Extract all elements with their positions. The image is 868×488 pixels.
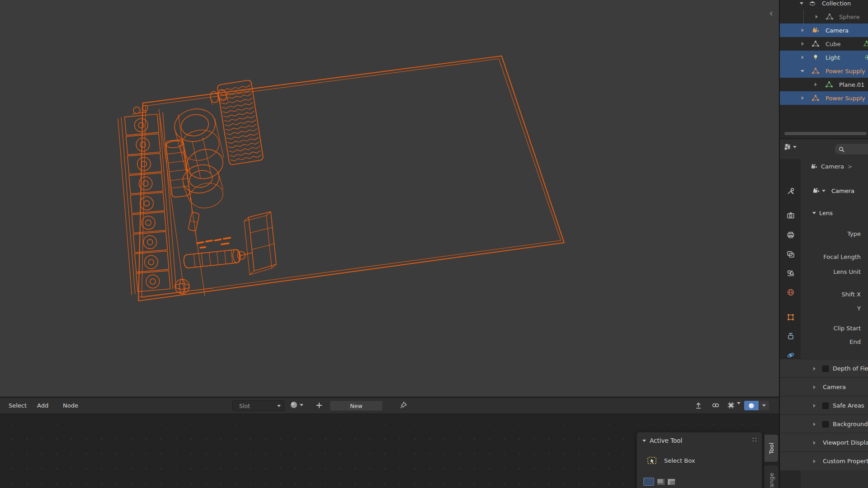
select-box-tool[interactable]: Select Box — [646, 455, 695, 466]
active-tool-header[interactable]: Active Tool — [642, 437, 682, 444]
light-data-icon — [864, 54, 868, 61]
sidebar-tab-tool[interactable]: Tool — [764, 435, 778, 462]
outliner-horizontal-scrollbar[interactable] — [784, 132, 867, 135]
id-name-value: Camera — [831, 188, 854, 194]
disclosure-triangle-icon[interactable] — [801, 70, 804, 72]
disclosure-triangle-icon[interactable] — [802, 96, 804, 100]
blender-window: { "colors": { "wireframe_orange": "#e85c… — [0, 0, 868, 488]
section-label: Viewport Display — [823, 439, 868, 446]
properties-search-field[interactable] — [834, 143, 868, 155]
mesh-object-icon — [812, 67, 819, 75]
disclosure-triangle-icon[interactable] — [800, 2, 803, 5]
background-images-checkbox[interactable] — [822, 421, 829, 427]
panel-drag-handle[interactable] — [752, 437, 757, 444]
field-label-type: Type — [847, 230, 861, 237]
tab-view-layer[interactable] — [781, 247, 801, 262]
menu-node[interactable]: Node — [61, 398, 80, 413]
disclosure-triangle-icon[interactable] — [815, 83, 817, 86]
outliner-row-sphere[interactable]: Sphere — [780, 10, 868, 23]
outliner-row-plane[interactable]: Plane.01 — [780, 78, 868, 91]
select-mode-extend-icon[interactable] — [657, 479, 665, 485]
snap-grid-button[interactable] — [727, 401, 735, 409]
search-icon — [838, 146, 845, 153]
tab-output[interactable] — [781, 227, 801, 243]
field-label-lens-unit: Lens Unit — [833, 268, 861, 275]
section-background-images[interactable]: Background Images — [780, 414, 868, 433]
outliner-label: Sphere — [839, 14, 860, 20]
disclosure-triangle-icon[interactable] — [802, 56, 804, 59]
camera-data-name-field[interactable]: Camera — [812, 187, 854, 194]
shader-node-canvas[interactable]: Active Tool Select Box Tool Arrang — [0, 414, 779, 488]
lens-section-header[interactable]: Lens — [812, 210, 833, 216]
section-camera[interactable]: Camera — [780, 377, 868, 396]
preview-shading-toggle[interactable] — [744, 401, 759, 410]
render-icon — [787, 211, 795, 220]
select-mode-new-icon[interactable] — [643, 478, 654, 486]
field-label-clip-end: End — [849, 338, 861, 345]
select-mode-subtract-icon[interactable] — [668, 479, 675, 485]
shading-sphere-icon — [748, 402, 755, 409]
constraints-icon — [787, 332, 795, 340]
menu-select[interactable]: Select — [7, 398, 28, 413]
disclosure-triangle-icon[interactable] — [816, 15, 818, 19]
section-custom-properties[interactable]: Custom Properties — [780, 451, 868, 470]
outliner-row-light[interactable]: Light — [780, 51, 868, 64]
plus-icon — [315, 401, 323, 409]
material-browse-button[interactable] — [290, 401, 303, 409]
viewport-3d[interactable] — [0, 0, 779, 397]
wireframe-model — [0, 0, 779, 397]
mesh-object-icon — [812, 40, 819, 47]
snap-dropdown[interactable] — [737, 404, 741, 411]
output-icon — [787, 231, 795, 239]
editor-type-dropdown[interactable] — [783, 143, 797, 151]
disclosure-triangle-icon[interactable] — [802, 42, 804, 46]
new-button-label: New — [350, 403, 362, 409]
outliner-label: Power Supply — [826, 95, 865, 102]
sidebar-tab-arrange[interactable]: Arrange — [764, 465, 778, 488]
camera-object-icon — [811, 163, 817, 170]
tab-object[interactable] — [781, 310, 801, 325]
view-layer-icon — [787, 250, 795, 258]
material-sphere-icon — [290, 401, 298, 409]
collection-icon — [809, 0, 816, 7]
add-slot-button[interactable] — [315, 401, 323, 409]
pin-button[interactable] — [399, 401, 407, 409]
mesh-data-icon — [826, 81, 833, 88]
chevron-down-icon — [737, 402, 741, 411]
tab-scene[interactable] — [781, 265, 801, 281]
menu-add[interactable]: Add — [35, 398, 50, 413]
chevron-down-icon — [793, 146, 797, 148]
depth-of-field-checkbox[interactable] — [822, 366, 829, 372]
chevron-down-icon — [812, 212, 816, 214]
disclosure-triangle-icon[interactable] — [802, 28, 804, 32]
outliner-row-cube[interactable]: Cube — [780, 37, 868, 51]
slot-label: Slot — [233, 403, 277, 409]
grid-snap-icon — [727, 401, 735, 409]
outliner-row-collection[interactable]: Collection — [780, 0, 868, 10]
field-label-focal-length: Focal Length — [823, 253, 861, 260]
shader-editor-header: Select Add Node Slot New — [0, 398, 779, 414]
tab-render[interactable] — [781, 208, 801, 223]
breadcrumb[interactable]: Camera > — [811, 163, 852, 170]
tab-constraints[interactable] — [781, 328, 801, 344]
active-tool-title: Active Tool — [650, 437, 682, 444]
shading-dropdown[interactable] — [759, 401, 769, 410]
new-material-button[interactable]: New — [330, 400, 383, 411]
material-slot-dropdown[interactable]: Slot — [232, 400, 284, 411]
section-label: Camera — [823, 384, 868, 390]
tab-tool[interactable] — [781, 183, 801, 199]
chevron-down-icon — [277, 405, 281, 407]
section-depth-of-field[interactable]: Depth of Field — [780, 359, 868, 378]
link-nodes-button[interactable] — [712, 401, 720, 409]
outliner-label: Power Supply — [826, 68, 865, 75]
snap-target-button[interactable] — [694, 401, 703, 409]
outliner-row-power-supply-2[interactable]: Power Supply — [780, 91, 868, 105]
outliner-row-camera[interactable]: Camera — [780, 23, 868, 37]
sidebar-collapse-toggle[interactable] — [768, 9, 775, 18]
mesh-object-icon — [812, 94, 819, 102]
safe-areas-checkbox — [822, 403, 829, 409]
section-viewport-display[interactable]: Viewport Display — [780, 433, 868, 452]
tab-world[interactable] — [781, 285, 801, 300]
outliner-row-power-supply[interactable]: Power Supply — [780, 64, 868, 78]
section-safe-areas[interactable]: Safe Areas — [780, 396, 868, 415]
